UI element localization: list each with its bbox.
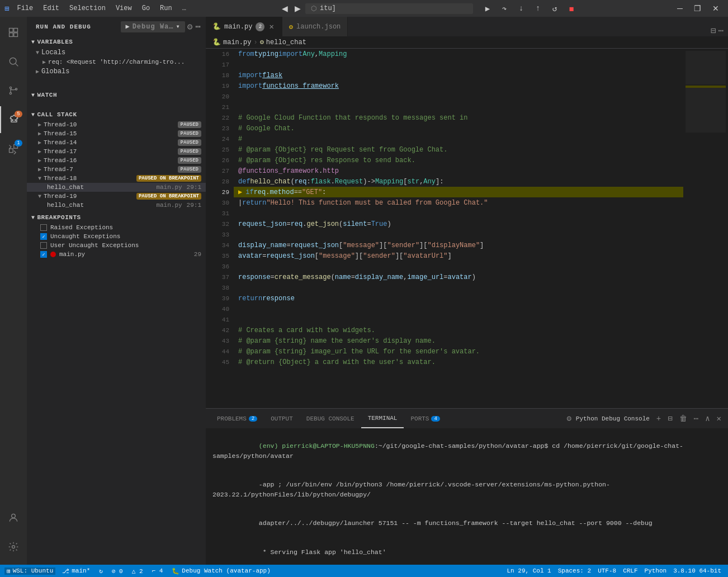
locals-tree-item[interactable]: ▼ Locals [27,48,206,58]
step-over-button[interactable]: ↷ [497,1,512,16]
tab-launch-json[interactable]: ⚙ launch.json [282,17,348,36]
thread-7-item[interactable]: ▶ Thread-7 PAUSED [27,165,206,174]
step-into-button[interactable]: ↓ [513,1,529,16]
tab-debug-console[interactable]: DEBUG CONSOLE [300,409,361,428]
code-content[interactable]: from typing import Any, Mapping import f… [234,49,683,408]
thread-16-item[interactable]: ▶ Thread-16 PAUSED [27,156,206,165]
debug-watch-status[interactable]: 🐛 Debug Watch (avatar-app) [169,567,272,575]
maximize-panel-icon[interactable]: ∧ [703,413,712,424]
thread-18-name: Thread-18 [44,175,136,182]
code-line-24: # [234,134,683,144]
activity-explorer[interactable] [0,19,27,46]
uncaught-exceptions-item[interactable]: ✓ Uncaught Exceptions [27,232,206,241]
more-icon[interactable]: ⋯ [195,21,201,32]
menu-edit[interactable]: Edit [39,3,64,13]
tab-ports[interactable]: PORTS 4 [404,409,446,428]
svg-point-7 [10,92,11,94]
line-ending-status[interactable]: CRLF [621,567,640,574]
close-button[interactable]: ✕ [708,3,724,14]
user-uncaught-exceptions-item[interactable]: User Uncaught Exceptions [27,241,206,250]
menu-more[interactable]: … [178,3,191,13]
arch-status[interactable]: 3.8.10 64-bit [671,567,724,574]
step-out-button[interactable]: ↑ [530,1,546,16]
thread-15-item[interactable]: ▶ Thread-15 PAUSED [27,129,206,138]
ln-32: 32 [210,219,229,229]
thread-15-name: Thread-15 [44,130,178,137]
thread-14-item[interactable]: ▶ Thread-14 PAUSED [27,138,206,147]
ln-45: 45 [210,357,229,367]
restore-button[interactable]: ❐ [689,3,706,14]
restart-button[interactable]: ↺ [547,1,562,16]
split-editor-icon[interactable]: ⊟ [711,25,716,36]
breakpoints-section-header[interactable]: ▼ BREAKPOINTS [27,212,206,223]
errors-status[interactable]: ⊘ 0 [110,567,125,575]
thread-18-frame-0[interactable]: hello_chat main.py 29:1 [27,183,206,192]
minimize-button[interactable]: ─ [673,3,687,14]
activity-git[interactable] [0,77,27,104]
ln-col-status[interactable]: Ln 29, Col 1 [505,567,554,574]
main-py-breakpoint-item[interactable]: ✓ main.py 29 [27,250,206,259]
user-uncaught-exceptions-checkbox[interactable] [40,242,47,249]
activity-account[interactable] [0,504,27,531]
more-tabs-icon[interactable]: ⋯ [718,25,724,36]
raised-exceptions-checkbox[interactable] [40,224,47,231]
thread-10-item[interactable]: ▶ Thread-10 PAUSED [27,120,206,129]
call-stack-section-header[interactable]: ▼ CALL STACK [27,109,206,120]
more-terminal-icon[interactable]: ⋯ [692,413,701,424]
req-tree-item[interactable]: ▶ req: <Request 'http://charming-tro... [27,58,206,67]
settings-icon[interactable]: ⚙ [187,21,193,32]
tab-main-py-close[interactable]: ✕ [268,22,275,31]
variables-section-header[interactable]: ▼ VARIABLES [27,36,206,48]
menu-view[interactable]: View [111,3,136,13]
menu-go[interactable]: Go [138,3,154,13]
menu-run[interactable]: Run [155,3,177,13]
thread-19-item[interactable]: ▼ Thread-19 PAUSED ON BREAKPOINT [27,192,206,201]
tab-terminal[interactable]: TERMINAL [361,409,404,428]
kill-terminal-icon[interactable]: 🗑 [677,413,689,424]
globals-tree-item[interactable]: ▶ Globals [27,67,206,77]
tab-problems[interactable]: PROBLEMS 2 [210,409,264,428]
thread-17-item[interactable]: ▶ Thread-17 PAUSED [27,147,206,156]
remote-status[interactable]: ⊞ WSL: Ubuntu [4,567,55,575]
language-status[interactable]: Python [642,567,669,574]
terminal[interactable]: (env) pierrick@LAPTOP-HKU5PNNG:~/git/goo… [206,428,728,565]
raised-exceptions-item[interactable]: Raised Exceptions [27,223,206,232]
thread-icon: ▼ [38,193,41,200]
uncaught-exceptions-checkbox[interactable]: ✓ [40,233,47,240]
warnings-status[interactable]: △ 2 [130,567,145,575]
ln-31: 31 [210,208,229,219]
sync-status[interactable]: ↻ [97,567,105,575]
extensions-status[interactable]: ⌐ 4 [150,567,166,574]
activity-debug[interactable]: 5 [0,106,27,133]
forward-button[interactable]: ▶ [292,3,303,14]
spaces-status[interactable]: Spaces: 2 [556,567,593,574]
add-terminal-icon[interactable]: + [654,413,663,424]
thread-18-item[interactable]: ▼ Thread-18 PAUSED ON BREAKPOINT [27,174,206,183]
close-panel-icon[interactable]: ✕ [715,413,724,424]
activity-search[interactable] [0,48,27,75]
spaces-label: Spaces: 2 [558,567,591,574]
split-terminal-icon[interactable]: ⊟ [665,413,674,424]
back-button[interactable]: ◀ [280,3,290,14]
breadcrumb-file[interactable]: 🐍 main.py [212,38,251,46]
breadcrumb-function[interactable]: ⚙ hello_chat [260,38,306,46]
thread-icon: ▶ [38,166,41,173]
frame-file-name: main.py [156,202,182,209]
activity-settings[interactable] [0,533,27,560]
menu-selection[interactable]: Selection [65,3,110,13]
stop-button[interactable]: ◼ [564,1,579,16]
debug-config-selector[interactable]: ▶ Debug Wa… ▾ [121,21,185,32]
git-status[interactable]: ⎇ main* [60,567,92,575]
continue-button[interactable]: ▶ [480,1,495,16]
activity-extensions[interactable]: 1 [0,135,27,162]
thread-19-frame-0[interactable]: hello_chat main.py 29:1 [27,201,206,210]
code-line-36 [234,261,683,272]
watch-section-header[interactable]: ▼ WATCH [27,81,206,109]
thread-14-name: Thread-14 [44,139,178,146]
tab-output[interactable]: OUTPUT [264,409,300,428]
main-py-bp-checkbox[interactable]: ✓ [40,251,47,258]
encoding-status[interactable]: UTF-8 [595,567,618,574]
menu-file[interactable]: File [12,3,37,13]
tab-main-py[interactable]: 🐍 main.py 2 ✕ [206,17,282,36]
python-icon: ⚙ [564,413,573,424]
